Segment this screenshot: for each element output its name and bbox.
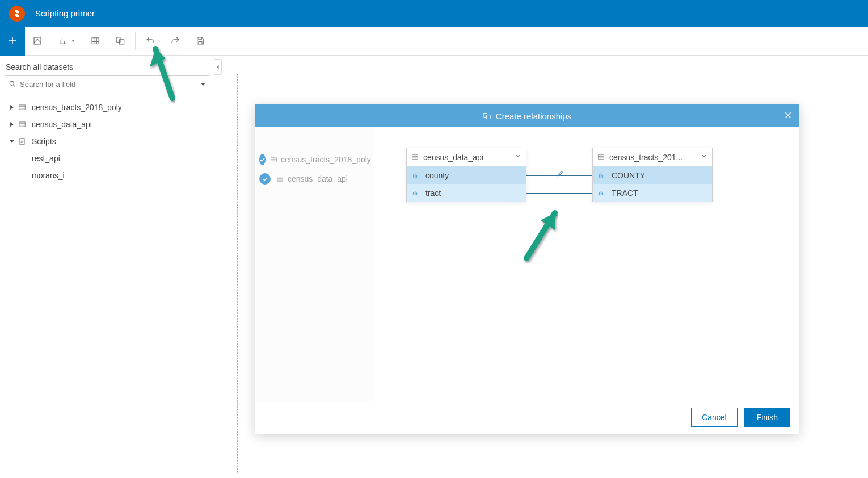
redo-button[interactable]	[163, 27, 188, 56]
chevron-left-icon	[216, 65, 220, 69]
table-icon	[411, 153, 419, 161]
sidebar-item-label: census_data_api	[32, 120, 92, 129]
field-label: county	[425, 171, 449, 180]
svg-rect-15	[416, 175, 418, 177]
sidebar-item-census-data-api[interactable]: census_data_api	[5, 116, 209, 133]
undo-icon	[145, 36, 155, 46]
table-grid-icon	[90, 36, 100, 46]
sidebar-collapse-handle[interactable]	[214, 59, 222, 75]
table-icon	[18, 103, 26, 111]
svg-rect-12	[412, 155, 418, 160]
field-row-tract-upper[interactable]: TRACT	[593, 184, 712, 202]
map-button[interactable]	[25, 27, 50, 56]
caret-right-icon	[9, 104, 15, 110]
add-button[interactable]	[0, 27, 25, 56]
svg-rect-1	[92, 38, 99, 44]
sidebar-item-label: rest_api	[32, 154, 60, 163]
svg-rect-14	[415, 173, 416, 177]
modal-close-button[interactable]	[783, 111, 793, 121]
search-icon	[9, 80, 16, 88]
svg-rect-13	[413, 174, 414, 177]
numeric-field-icon	[412, 190, 420, 196]
save-button[interactable]	[188, 27, 213, 56]
table-icon	[597, 153, 605, 161]
sidebar-item-label: Scripts	[32, 137, 56, 146]
app-logo	[9, 6, 25, 22]
sidebar-collapse-area	[214, 56, 222, 78]
sidebar-item-scripts[interactable]: Scripts	[5, 133, 209, 150]
modal-footer: Cancel Finish	[255, 401, 799, 434]
pencil-icon	[557, 170, 564, 177]
card-census-tracts[interactable]: census_tracts_201... COUNTY TRACT	[592, 148, 713, 202]
caret-down-icon	[9, 139, 15, 144]
sidebar: Search all datasets census_tracts_2018_p…	[0, 56, 214, 478]
close-icon	[701, 153, 707, 160]
table-icon	[276, 175, 284, 183]
field-row-county[interactable]: county	[407, 166, 526, 184]
svg-rect-20	[599, 174, 600, 177]
sidebar-item-morans-i[interactable]: morans_i	[5, 167, 209, 184]
sidebar-item-label: morans_i	[32, 171, 65, 180]
edit-relationship-button[interactable]	[555, 168, 565, 178]
dataset-item-label: census_tracts_2018_poly	[281, 155, 371, 164]
relationship-icon	[115, 36, 125, 46]
modal-title: Create relationships	[496, 111, 571, 121]
chevron-down-icon	[71, 40, 75, 42]
relationship-button[interactable]	[108, 27, 133, 56]
modal-body: census_tracts_2018_poly census_data_api …	[255, 127, 799, 401]
sidebar-item-census-tracts[interactable]: census_tracts_2018_poly	[5, 99, 209, 116]
field-label: COUNTY	[612, 171, 645, 180]
field-label: tract	[425, 188, 441, 198]
card-close-button[interactable]	[701, 153, 707, 162]
chart-button[interactable]	[50, 27, 83, 56]
field-label: TRACT	[612, 188, 638, 198]
card-close-button[interactable]	[515, 153, 521, 162]
sidebar-item-label: census_tracts_2018_poly	[32, 103, 122, 112]
script-icon	[18, 137, 26, 145]
card-header[interactable]: census_data_api	[407, 148, 526, 166]
app-header: Scripting primer	[0, 0, 868, 27]
page-title: Scripting primer	[35, 9, 95, 18]
toolbar	[0, 27, 868, 56]
svg-rect-21	[601, 173, 602, 177]
dataset-item-census-tracts[interactable]: census_tracts_2018_poly	[257, 150, 370, 169]
card-header[interactable]: census_tracts_201...	[593, 148, 712, 166]
field-row-tract[interactable]: tract	[407, 184, 526, 202]
save-icon	[195, 36, 205, 46]
toolbar-separator	[135, 32, 136, 50]
svg-rect-0	[34, 37, 41, 44]
table-icon	[270, 156, 277, 163]
finish-button[interactable]: Finish	[744, 408, 790, 427]
svg-rect-19	[599, 155, 604, 160]
svg-rect-10	[271, 157, 277, 162]
close-icon	[783, 111, 793, 120]
numeric-field-icon	[599, 172, 606, 179]
card-title: census_tracts_201...	[609, 153, 701, 162]
check-icon	[259, 154, 266, 165]
chart-icon	[58, 36, 68, 46]
search-input[interactable]	[20, 80, 201, 89]
field-row-county-upper[interactable]: COUNTY	[593, 166, 712, 184]
svg-rect-5	[19, 105, 26, 110]
undo-button[interactable]	[138, 27, 163, 56]
card-census-data-api[interactable]: census_data_api county tract	[406, 148, 526, 202]
table-button[interactable]	[83, 27, 108, 56]
search-input-wrap[interactable]	[5, 75, 209, 93]
sidebar-item-rest-api[interactable]: rest_api	[5, 150, 209, 167]
numeric-field-icon	[599, 190, 606, 196]
svg-rect-6	[19, 122, 26, 127]
svg-rect-22	[602, 175, 604, 177]
svg-point-4	[10, 81, 14, 85]
dataset-item-census-data-api[interactable]: census_data_api	[257, 169, 370, 188]
sidebar-label: Search all datasets	[5, 62, 209, 72]
table-icon	[18, 120, 26, 128]
cancel-button[interactable]: Cancel	[691, 408, 738, 427]
create-relationships-modal: Create relationships census_tracts_2018_…	[255, 104, 799, 434]
chevron-down-icon[interactable]	[201, 83, 205, 86]
svg-rect-16	[413, 192, 414, 195]
card-title: census_data_api	[423, 153, 515, 162]
modal-header: Create relationships	[255, 104, 799, 127]
numeric-field-icon	[412, 172, 420, 179]
map-icon	[32, 36, 43, 46]
dataset-item-label: census_data_api	[288, 174, 348, 183]
